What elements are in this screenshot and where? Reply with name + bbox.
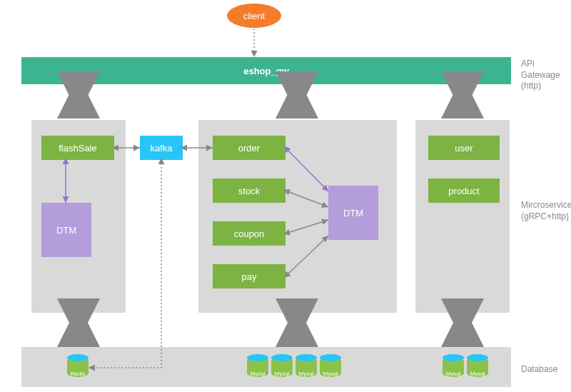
mysql-db-3: Mysql	[295, 354, 317, 380]
coupon-node: coupon	[213, 221, 286, 246]
gateway-label: eshop_gw	[243, 66, 289, 76]
kafka-label: kafka	[150, 143, 172, 154]
product-node: product	[428, 179, 500, 203]
coupon-label: coupon	[234, 228, 265, 239]
mysql-db-5: Mysql	[443, 354, 464, 380]
mysql-label-6: Mysql	[467, 371, 488, 377]
mysql-db-4: Mysql	[320, 354, 341, 380]
user-node: user	[428, 136, 500, 160]
client-node: client	[227, 4, 281, 28]
layer-label-gateway: APi Gatewage (http)	[521, 59, 571, 92]
mysql-label-3: Mysql	[295, 371, 317, 377]
order-label: order	[238, 143, 260, 154]
pay-node: pay	[213, 264, 286, 288]
layer-label-microservices: Mircroservices (gRPC+http)	[521, 200, 571, 222]
redis-label: Redis	[67, 371, 89, 377]
mysql-label-2: Mysql	[271, 371, 293, 377]
mysql-db-6: Mysql	[467, 354, 488, 380]
mysql-db-1: Mysql	[247, 354, 268, 380]
stock-node: stock	[213, 179, 286, 203]
dtm-center-node: DTM	[328, 186, 378, 240]
mysql-db-2: Mysql	[271, 354, 293, 380]
flashsale-label: flashSale	[59, 143, 96, 154]
order-node: order	[213, 136, 286, 160]
layer-label-database: Database	[521, 364, 557, 376]
kafka-node: kafka	[140, 136, 183, 160]
mysql-label-1: Mysql	[247, 371, 268, 377]
user-label: user	[455, 143, 473, 154]
pay-label: pay	[242, 271, 257, 282]
dtm-center-label: DTM	[343, 208, 363, 218]
dtm-left-label: DTM	[56, 225, 76, 236]
mysql-label-4: Mysql	[320, 371, 341, 377]
gateway-node: eshop_gw	[21, 57, 511, 84]
flashsale-node: flashSale	[41, 136, 114, 160]
dtm-left-node: DTM	[41, 203, 91, 257]
client-label: client	[243, 11, 265, 21]
product-label: product	[448, 186, 479, 196]
mysql-label-5: Mysql	[443, 371, 464, 377]
redis-db: Redis	[67, 354, 89, 380]
stock-label: stock	[238, 186, 260, 196]
